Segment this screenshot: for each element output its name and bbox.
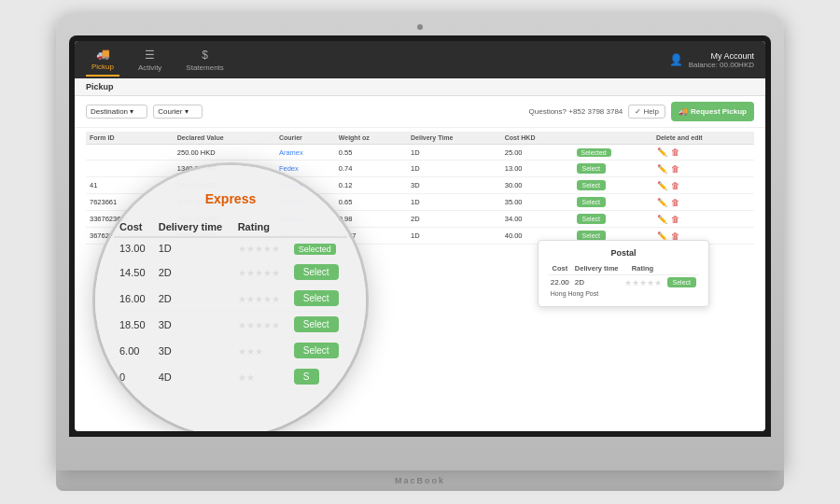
zoom-delivery: 2D [153,286,232,312]
macbook-label: MacBook [395,476,445,485]
zoom-cost: 6.00 [114,338,153,364]
zoom-cost: 0 [114,364,153,390]
delete-icon[interactable]: 🗑 [671,198,679,207]
cell-icons: ✏️ 🗑 [652,194,754,211]
col-action [573,132,652,145]
select-button[interactable]: Select [577,214,606,224]
zoom-title: Express [205,191,256,206]
zoom-col-action [288,217,347,237]
zoom-select-button[interactable]: Select [294,264,339,280]
request-pickup-label: Request Pickup [691,107,747,116]
edit-icon[interactable]: ✏️ [657,215,667,224]
zoom-row-4: 18.50 3D ★★★★★ Select [114,312,347,338]
edit-icon[interactable]: ✏️ [657,147,667,157]
laptop-wrapper: 🚚 Pickup ☰ Activity $ Statements [56,13,784,491]
zoom-row-5: 6.00 3D ★★★ Select [114,338,347,364]
cell-delivery: 1D [407,145,501,161]
nav-item-activity[interactable]: ☰ Activity [133,45,167,76]
delete-icon[interactable]: 🗑 [671,147,679,157]
delete-icon[interactable]: 🗑 [671,231,679,241]
zoom-col-rating: Rating [232,217,288,237]
zoom-delivery: 1D [153,237,232,259]
zoom-delivery: 2D [153,259,232,286]
toolbar: Destination ▾ Courier ▾ Questions? +852 … [75,96,765,128]
cell-icons: ✏️ 🗑 [652,211,754,228]
truck-icon: 🚚 [679,107,688,116]
col-form-id: Form ID [86,132,174,145]
screen-bezel: 🚚 Pickup ☰ Activity $ Statements [69,35,771,437]
stars: ★★★★★ [624,278,662,287]
toolbar-right: Questions? +852 3798 3784 ✓ Help 🚚 Reque… [529,102,754,121]
cell-cost: 30.00 [501,177,573,194]
col-cost: Cost HKD [501,132,573,145]
zoom-action: Select [288,338,347,364]
zoom-select-button[interactable]: Select [294,343,339,358]
zoom-delivery: 4D [153,364,232,390]
postal-cell-delivery: 2D [572,275,622,290]
screen: 🚚 Pickup ☰ Activity $ Statements [75,41,765,431]
postal-title: Postal [548,248,699,258]
courier-link[interactable]: Fedex [279,164,299,173]
request-pickup-button[interactable]: 🚚 Request Pickup [671,102,754,121]
delete-icon[interactable]: 🗑 [671,215,679,224]
zoom-select-button[interactable]: S [294,369,319,385]
select-button[interactable]: Select [577,180,606,190]
zoom-select-button[interactable]: Select [294,290,339,306]
col-weight: Weight oz [335,132,407,145]
courier-select[interactable]: Courier ▾ [153,105,202,119]
edit-icon[interactable]: ✏️ [657,181,667,190]
nav-item-pickup[interactable]: 🚚 Pickup [86,44,119,77]
postal-select-button[interactable]: Select [667,277,696,287]
zoom-rating: ★★★ [232,338,288,364]
edit-icon[interactable]: ✏️ [657,164,667,174]
zoom-action: Select [288,259,347,286]
zoom-select-button[interactable]: Select [294,316,339,332]
cell-delivery: 1D [407,228,501,245]
col-delivery-time: Delivery Time [407,132,501,145]
zoom-row-3: 16.00 2D ★★★★★ Select [114,286,347,312]
zoom-action: Select [288,286,347,312]
postal-col-cost: Cost [548,262,572,275]
edit-icon[interactable]: ✏️ [657,231,667,241]
select-button[interactable]: Select [577,163,606,174]
laptop-body: 🚚 Pickup ☰ Activity $ Statements [56,13,784,470]
postal-courier-name: Hong Hong Post [548,289,699,299]
cell-cost: 34.00 [501,211,573,228]
zoom-rating: ★★★★★ [232,259,288,286]
cell-weight: 0.65 [335,194,407,211]
zoom-delivery: 3D [153,338,232,364]
edit-icon[interactable]: ✏️ [657,198,667,207]
cell-weight: 0.12 [335,177,407,194]
cell-cost: 35.00 [501,194,573,211]
destination-select[interactable]: Destination ▾ [86,105,147,119]
help-button[interactable]: ✓ Help [628,105,665,119]
top-nav: 🚚 Pickup ☰ Activity $ Statements [75,41,765,78]
postal-popup: Postal Cost Delivery time Rating [538,240,709,307]
zoom-cost: 16.00 [114,286,153,312]
delete-icon[interactable]: 🗑 [671,181,679,190]
cell-weight: 0.74 [335,161,407,177]
cell-action: Selected [573,145,652,161]
cell-courier: Fedex [275,161,335,177]
statements-label: Statements [186,63,223,72]
camera [417,24,423,30]
statements-icon: $ [202,49,208,62]
zoom-delivery: 3D [153,312,232,338]
pickup-label: Pickup [91,63,114,71]
select-button[interactable]: Select [577,197,606,207]
postal-table: Cost Delivery time Rating 22.00 [548,262,699,299]
courier-link[interactable]: Aramex [279,148,303,157]
breadcrumb: Pickup [86,82,114,91]
nav-item-statements[interactable]: $ Statements [180,45,229,76]
account-balance: Balance: 00.00HKD [689,61,754,69]
account-icon: 👤 [669,53,683,66]
questions-text: Questions? +852 3798 3784 [529,107,623,116]
postal-cell-rating: ★★★★★ [622,275,665,290]
zoom-cost: 14.50 [114,259,153,286]
cell-action: Select [573,211,652,228]
zoom-rating: ★★★★★ [232,237,288,259]
activity-label: Activity [138,63,161,72]
delete-icon[interactable]: 🗑 [671,164,679,174]
postal-cell-cost: 22.00 [548,275,572,290]
cell-weight: 0.55 [335,145,407,161]
